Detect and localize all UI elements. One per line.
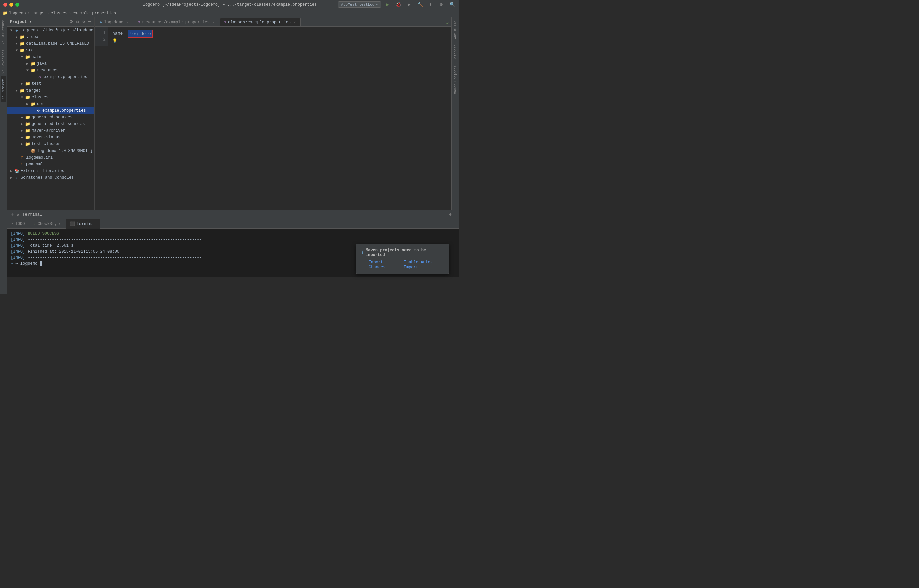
tree-item-test[interactable]: ▶ 📁 test [7, 81, 94, 87]
tree-item-scratches[interactable]: ▶ ✏ Scratches and Consoles [7, 174, 94, 181]
sidebar-tab-project[interactable]: 1: Project [1, 76, 6, 102]
tree-item-java[interactable]: ▶ 📁 java [7, 60, 94, 67]
tree-item-ext-libs[interactable]: ▶ 📚 External Libraries [7, 168, 94, 174]
tree-item-maven-status[interactable]: ▶ 📁 maven-status [7, 134, 94, 141]
xml-icon: m [19, 162, 25, 167]
enable-auto-import-link[interactable]: Enable Auto-Import [404, 260, 444, 270]
tree-item-catalina[interactable]: ▶ 📁 catalina.base_IS_UNDEFINED [7, 40, 94, 47]
sync-icon[interactable]: ⟳ [69, 19, 74, 25]
terminal-add-icon[interactable]: + [11, 212, 14, 218]
terminal-minimize-icon[interactable]: — [454, 212, 456, 217]
debug-button[interactable]: 🐞 [395, 1, 403, 8]
maximize-button[interactable] [15, 3, 19, 7]
tree-item-example-props-src[interactable]: ▶ ⚙ example.properties [7, 74, 94, 81]
arrow-right-icon: ▶ [9, 168, 14, 174]
tree-label-scratches: Scratches and Consoles [21, 175, 74, 180]
arrow-right-icon: ▶ [25, 61, 30, 66]
right-sidebar: Ant Build Database Maven Projects [451, 18, 460, 210]
tree-item-main[interactable]: ▼ 📁 main [7, 53, 94, 60]
bottom-tab-todo[interactable]: 6 TODO [7, 219, 29, 229]
breadcrumb-sep-1: › [47, 11, 49, 16]
tree-item-maven-archiver[interactable]: ▶ 📁 maven-archiver [7, 128, 94, 134]
run-button[interactable]: ▶ [384, 1, 392, 8]
tree-label-ext-libs: External Libraries [21, 169, 65, 173]
settings-gear-icon[interactable]: ⚙ [81, 19, 86, 25]
editor-content[interactable]: 1 2 name = log-demo 💡 [95, 27, 451, 210]
panel-header-icons: ⟳ ⊟ ⚙ — [69, 19, 92, 25]
arrow-right-icon: ▶ [9, 175, 14, 180]
tree-item-logdemo-root[interactable]: ▼ ◆ logdemo ~/IdeaProjects/logdemo [7, 27, 94, 34]
arrow-down-icon: ▼ [14, 88, 19, 93]
minimize-button[interactable] [10, 3, 13, 7]
folder-icon: 📁 [19, 34, 25, 40]
tree-label-target: target [26, 88, 40, 93]
sidebar-tab-structure[interactable]: 7: Structure [1, 18, 6, 47]
project-panel-header: Project ▾ ⟳ ⊟ ⚙ — [7, 18, 94, 27]
tree-item-jar[interactable]: ▶ 📦 log-demo-1.0-SNAPSHOT.jar [7, 147, 94, 154]
terminal-title: Terminal [23, 212, 42, 217]
tree-label-example-props-src: example.properties [44, 75, 87, 79]
folder-icon: 📁 [19, 48, 25, 53]
tree-label-com: com [37, 102, 44, 106]
build-button[interactable]: 🔨 [416, 1, 424, 8]
terminal-settings-icon[interactable]: ⚙ [450, 212, 452, 217]
sidebar-ant-build[interactable]: Ant Build [453, 19, 458, 41]
term-total-time-text: Total time: 2.561 s [28, 243, 73, 248]
tree-item-idea[interactable]: ▶ 📁 .idea [7, 34, 94, 40]
tab-close-resources-example[interactable]: ✕ [212, 20, 216, 25]
tree-item-iml[interactable]: ▶ m logdemo.iml [7, 154, 94, 161]
arrow-down-icon: ▼ [19, 95, 25, 100]
tree-item-resources[interactable]: ▼ 📁 resources [7, 67, 94, 74]
breadcrumb-item-0[interactable]: 📁 [3, 11, 8, 16]
tree-item-classes[interactable]: ▼ 📁 classes [7, 94, 94, 100]
lightbulb-icon[interactable]: 💡 [112, 37, 117, 44]
tab-resources-example[interactable]: ⚙ resources/example.properties ✕ [134, 18, 219, 26]
collapse-all-icon[interactable]: ⊟ [76, 19, 80, 25]
tree-label-generated-test-sources: generated-test-sources [32, 122, 84, 126]
tree-item-target[interactable]: ▼ 📁 target [7, 87, 94, 94]
bottom-tab-terminal-label: Terminal [77, 221, 96, 226]
tab-close-log-demo[interactable]: ✕ [125, 20, 129, 25]
breadcrumb-sep-2: › [69, 11, 71, 16]
tree-item-com[interactable]: ▶ 📁 com [7, 100, 94, 107]
tree-item-pom[interactable]: ▶ m pom.xml [7, 161, 94, 168]
terminal-close-icon[interactable]: ✕ [17, 211, 20, 218]
tree-item-generated-sources[interactable]: ▶ 📁 generated-sources [7, 114, 94, 121]
close-button[interactable] [3, 3, 7, 7]
bottom-tab-terminal[interactable]: ⬛ Terminal [66, 219, 100, 229]
tree-item-example-props-classes[interactable]: ▶ ⚙ example.properties [7, 107, 94, 114]
run-config-selector[interactable]: AppTest.testLog ▾ [338, 2, 381, 8]
tab-close-classes-example[interactable]: ✕ [293, 20, 297, 25]
folder-icon: 📁 [30, 68, 36, 73]
bottom-tab-checkstyle[interactable]: ✓ CheckStyle [29, 219, 66, 229]
editor-checkmark-icon[interactable]: ✓ [446, 20, 450, 26]
breadcrumb-item-target[interactable]: target [31, 11, 45, 16]
folder-icon: 📁 [19, 41, 25, 46]
find-button[interactable]: 🔍 [448, 1, 456, 8]
import-changes-link[interactable]: Import Changes [369, 260, 400, 270]
breadcrumb-item-classes[interactable]: classes [51, 11, 67, 16]
settings-button[interactable]: ⚙ [437, 1, 445, 8]
minimize-icon[interactable]: — [87, 19, 92, 25]
code-area[interactable]: name = log-demo 💡 [108, 27, 451, 210]
bottom-tab-todo-number: 6 [11, 222, 14, 226]
coverage-button[interactable]: ▶ [405, 1, 413, 8]
sidebar-tab-favorites[interactable]: 2: Favorites [1, 47, 6, 76]
sidebar-maven-projects[interactable]: Maven Projects [453, 64, 458, 96]
window-title: logdemo [~/IdeaProjects/logdemo] – .../t… [143, 2, 317, 7]
tree-item-test-classes[interactable]: ▶ 📁 test-classes [7, 141, 94, 147]
sidebar-database[interactable]: Database [453, 42, 458, 62]
notification-info-icon: ℹ [361, 250, 363, 256]
jar-icon: 📦 [30, 148, 36, 153]
tab-classes-example[interactable]: ⚙ classes/example.properties ✕ [220, 18, 301, 26]
term-info-prefix-1: [INFO] [11, 231, 25, 236]
folder-icon: 📁 [25, 54, 30, 60]
project-panel: Project ▾ ⟳ ⊟ ⚙ — ▼ ◆ logdemo ~/I [7, 18, 95, 210]
breadcrumb-item-logdemo[interactable]: logdemo [9, 11, 26, 16]
term-line-sep-1: [INFO] ---------------------------------… [11, 237, 456, 243]
breadcrumb-item-file[interactable]: example.properties [73, 11, 116, 16]
tree-item-generated-test-sources[interactable]: ▶ 📁 generated-test-sources [7, 121, 94, 128]
tree-item-src[interactable]: ▼ 📁 src [7, 47, 94, 53]
tab-log-demo[interactable]: ◆ log-demo ✕ [96, 18, 133, 26]
vcs-button[interactable]: ⬆ [427, 1, 435, 8]
